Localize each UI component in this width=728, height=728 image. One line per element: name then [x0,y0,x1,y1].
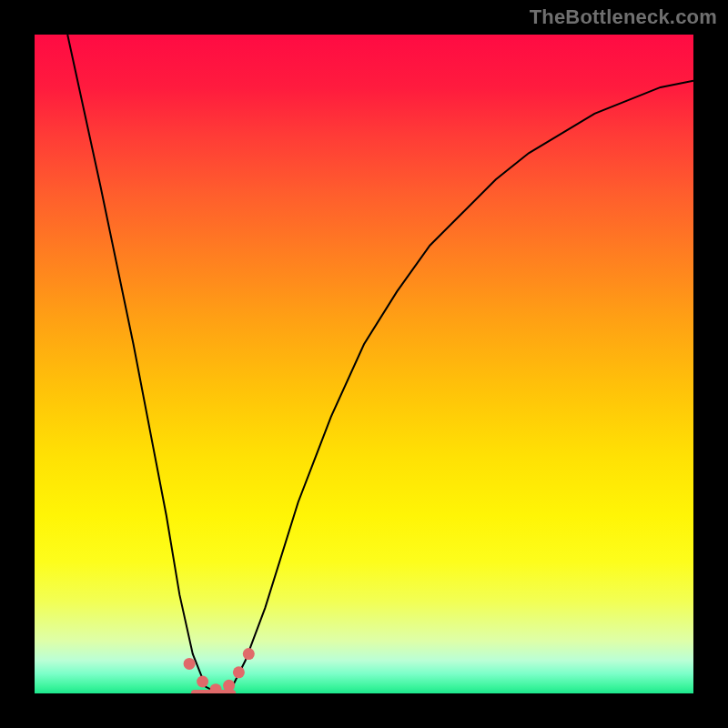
marker-dot [223,680,235,692]
marker-dot [184,658,196,670]
marker-dot [243,648,255,660]
chart-frame: TheBottleneck.com [0,0,728,728]
plot-area [35,35,693,693]
bottleneck-curve [67,35,693,693]
marker-dot [233,666,245,678]
marker-dot [197,676,208,688]
curve-svg [35,35,693,693]
marker-group [184,648,255,693]
watermark-text: TheBottleneck.com [530,5,717,29]
